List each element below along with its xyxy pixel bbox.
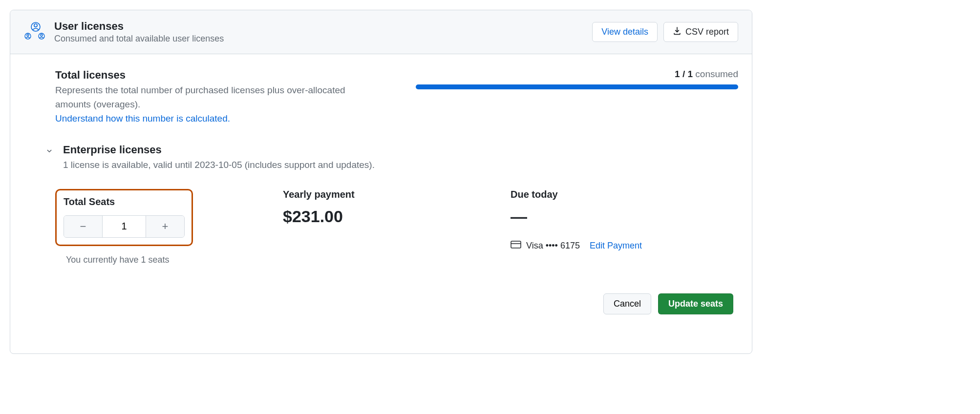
enterprise-collapse-header[interactable]: Enterprise licenses 1 license is availab… [44,144,738,174]
download-icon [673,26,682,38]
consumed-value: 1 / 1 [675,69,693,79]
consumed-label: 1 / 1 consumed [416,69,738,80]
seats-note: You currently have 1 seats [66,255,283,265]
update-seats-button[interactable]: Update seats [658,293,733,314]
due-today-amount: — [511,207,738,226]
panel-body: Total licenses Represents the total numb… [10,54,752,353]
user-licenses-panel: User licenses Consumed and total availab… [10,10,752,354]
enterprise-subtitle: 1 license is available, valid until 2023… [63,158,375,172]
view-details-button[interactable]: View details [592,22,658,42]
edit-payment-link[interactable]: Edit Payment [590,241,642,251]
header-titles: User licenses Consumed and total availab… [54,20,224,44]
total-licenses-desc: Represents the total number of purchased… [55,83,368,111]
seats-payment-grid: Total Seats − + You currently have 1 sea… [55,189,738,274]
users-icon [24,20,45,41]
enterprise-text: Enterprise licenses 1 license is availab… [63,144,375,174]
svg-point-1 [34,24,37,27]
cancel-button[interactable]: Cancel [603,293,651,314]
total-licenses-title: Total licenses [55,69,368,82]
plus-icon: + [162,220,169,233]
seats-stepper: − + [64,215,185,238]
panel-header: User licenses Consumed and total availab… [10,10,752,54]
svg-rect-6 [511,241,521,248]
payment-card-text: Visa •••• 6175 [526,241,580,251]
seats-decrement-button[interactable]: − [64,216,102,237]
action-row: Cancel Update seats [44,293,733,314]
total-seats-highlight: Total Seats − + [55,189,193,246]
svg-point-5 [41,34,43,36]
enterprise-licenses-section: Enterprise licenses 1 license is availab… [44,144,738,314]
seats-input[interactable] [102,216,146,237]
total-licenses-text: Total licenses Represents the total numb… [55,69,368,124]
chevron-down-icon [44,144,54,155]
header-left: User licenses Consumed and total availab… [24,20,224,44]
csv-report-label: CSV report [685,27,729,37]
total-licenses-section: Total licenses Represents the total numb… [55,69,738,124]
understand-calculation-link[interactable]: Understand how this number is calculated… [55,113,230,124]
panel-title: User licenses [54,20,224,33]
minus-icon: − [80,220,86,233]
svg-point-3 [27,34,29,36]
consumed-block: 1 / 1 consumed [416,69,738,89]
seats-increment-button[interactable]: + [146,216,184,237]
yearly-payment-column: Yearly payment $231.00 [283,189,511,274]
header-actions: View details CSV report [592,22,738,42]
yearly-payment-amount: $231.00 [283,207,511,226]
consumed-progress-bar [416,84,738,89]
consumed-suffix: consumed [693,69,738,79]
panel-subtitle: Consumed and total available user licens… [54,34,224,44]
due-today-column: Due today — Visa •••• 6175 Edit Payment [511,189,738,274]
total-seats-label: Total Seats [64,196,185,207]
yearly-payment-label: Yearly payment [283,189,511,200]
payment-method-row: Visa •••• 6175 Edit Payment [511,241,738,251]
enterprise-title: Enterprise licenses [63,144,375,156]
view-details-label: View details [601,27,648,37]
due-today-label: Due today [511,189,738,200]
total-seats-column: Total Seats − + You currently have 1 sea… [55,189,283,274]
credit-card-icon [511,241,521,251]
csv-report-button[interactable]: CSV report [663,22,738,42]
